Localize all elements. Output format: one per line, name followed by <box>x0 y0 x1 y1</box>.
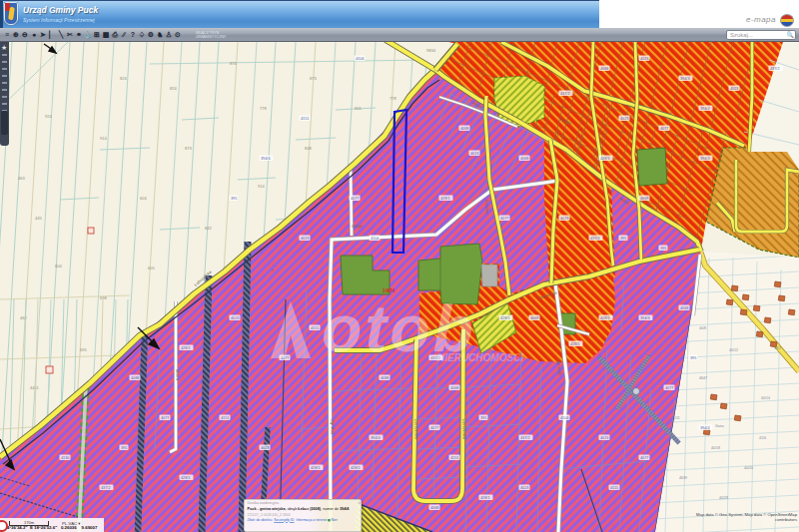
svg-text:4023: 4023 <box>261 446 269 450</box>
svg-text:4077: 4077 <box>500 217 508 221</box>
svg-text:38/2: 38/2 <box>774 346 781 350</box>
svg-text:874: 874 <box>230 61 237 66</box>
svg-text:428/1: 428/1 <box>570 342 580 346</box>
svg-text:4023: 4023 <box>600 436 608 440</box>
svg-text:4077: 4077 <box>430 426 438 430</box>
svg-text:394/4: 394/4 <box>640 316 650 320</box>
svg-text:437/2: 437/2 <box>520 436 530 440</box>
svg-text:4023: 4023 <box>231 316 239 320</box>
svg-text:4068: 4068 <box>680 306 688 310</box>
svg-text:4151: 4151 <box>311 326 319 330</box>
svg-text:4023: 4023 <box>620 117 628 121</box>
svg-text:4088: 4088 <box>131 376 139 380</box>
svg-text:4023: 4023 <box>730 87 738 91</box>
svg-text:4077: 4077 <box>660 127 668 131</box>
svg-text:604: 604 <box>140 196 147 201</box>
svg-text:463: 463 <box>18 176 25 181</box>
svg-text:394/4: 394/4 <box>371 436 381 440</box>
svg-text:Mokra: Mokra <box>175 369 180 381</box>
svg-text:873: 873 <box>185 146 192 151</box>
svg-text:40/8: 40/8 <box>699 326 706 330</box>
svg-text:4639: 4639 <box>679 476 687 480</box>
svg-text:437/2: 437/2 <box>101 486 111 490</box>
svg-text:824: 824 <box>120 76 127 81</box>
svg-text:4130: 4130 <box>61 456 69 460</box>
svg-text:428/1: 428/1 <box>440 197 450 201</box>
svg-text:395: 395 <box>620 237 626 241</box>
svg-text:873: 873 <box>310 76 317 81</box>
svg-text:NIERUCHOMOŚCI: NIERUCHOMOŚCI <box>437 351 523 363</box>
svg-text:40/14: 40/14 <box>761 396 770 400</box>
svg-text:428/1: 428/1 <box>500 316 510 320</box>
svg-text:395: 395 <box>690 356 696 360</box>
svg-text:394/4: 394/4 <box>700 107 710 111</box>
svg-text:778: 778 <box>260 106 267 111</box>
svg-text:4088: 4088 <box>381 376 389 380</box>
svg-text:4077: 4077 <box>640 456 648 460</box>
svg-text:842: 842 <box>205 226 212 231</box>
svg-text:41/6: 41/6 <box>759 436 766 440</box>
svg-text:394/4: 394/4 <box>261 157 271 161</box>
svg-text:4023: 4023 <box>520 486 528 490</box>
svg-text:428/1: 428/1 <box>600 157 610 161</box>
svg-text:395: 395 <box>660 247 666 251</box>
svg-text:4151: 4151 <box>301 117 309 121</box>
svg-text:395: 395 <box>231 197 237 201</box>
svg-text:4104: 4104 <box>371 237 379 241</box>
svg-text:437/2: 437/2 <box>770 67 780 71</box>
svg-text:9834: 9834 <box>426 48 436 53</box>
svg-text:394/4: 394/4 <box>680 77 690 81</box>
svg-text:394/4: 394/4 <box>700 157 710 161</box>
svg-text:428/1: 428/1 <box>351 466 361 470</box>
svg-text:824: 824 <box>170 86 177 91</box>
svg-text:437/2: 437/2 <box>560 92 570 96</box>
svg-text:4023: 4023 <box>470 152 478 156</box>
svg-text:4068: 4068 <box>600 67 608 71</box>
svg-text:4077: 4077 <box>665 386 673 390</box>
svg-text:Letniskowa: Letniskowa <box>413 419 419 440</box>
svg-text:Letniskowa: Letniskowa <box>461 419 467 440</box>
svg-text:4023: 4023 <box>560 217 568 221</box>
svg-text:40/18: 40/18 <box>711 446 720 450</box>
svg-text:437/2: 437/2 <box>590 237 600 241</box>
svg-text:4068: 4068 <box>430 506 438 510</box>
svg-text:914: 914 <box>258 184 265 189</box>
svg-text:428/1: 428/1 <box>480 496 490 500</box>
svg-text:695: 695 <box>80 347 87 352</box>
svg-text:4104: 4104 <box>560 416 568 420</box>
svg-text:698: 698 <box>100 295 107 300</box>
svg-text:395: 395 <box>480 416 486 420</box>
svg-text:778: 778 <box>390 96 397 101</box>
svg-text:428/1: 428/1 <box>181 476 191 480</box>
svg-text:462: 462 <box>20 315 27 320</box>
svg-text:4151: 4151 <box>221 416 229 420</box>
svg-text:4647: 4647 <box>699 376 707 380</box>
svg-text:4104: 4104 <box>356 57 364 61</box>
svg-text:Długa: Długa <box>352 224 363 229</box>
svg-text:Szkolna: Szkolna <box>484 200 490 215</box>
svg-text:394/4: 394/4 <box>700 426 710 430</box>
svg-text:Ogr Rod: Ogr Rod <box>330 419 336 434</box>
svg-text:4068: 4068 <box>460 127 468 131</box>
svg-text:4077: 4077 <box>351 197 359 201</box>
svg-text:605: 605 <box>148 266 155 270</box>
svg-text:4068: 4068 <box>530 316 538 320</box>
svg-text:4023: 4023 <box>640 57 648 61</box>
svg-text:914: 914 <box>100 136 107 141</box>
svg-text:4068: 4068 <box>640 197 648 201</box>
svg-text:848: 848 <box>305 146 312 151</box>
svg-text:445: 445 <box>35 216 42 221</box>
svg-text:428/1: 428/1 <box>181 346 191 350</box>
svg-text:924: 924 <box>45 114 52 119</box>
svg-text:Gana: Gana <box>715 424 724 428</box>
svg-text:428/1: 428/1 <box>311 466 321 470</box>
svg-text:4077: 4077 <box>161 416 169 420</box>
svg-text:4023: 4023 <box>301 237 309 241</box>
svg-text:428/1: 428/1 <box>600 316 610 320</box>
svg-text:4068: 4068 <box>520 157 528 161</box>
svg-text:901: 901 <box>355 106 362 111</box>
svg-text:4068: 4068 <box>450 386 458 390</box>
svg-text:4115: 4115 <box>610 486 618 490</box>
svg-text:395: 395 <box>121 446 127 450</box>
svg-text:40/12: 40/12 <box>729 348 738 352</box>
